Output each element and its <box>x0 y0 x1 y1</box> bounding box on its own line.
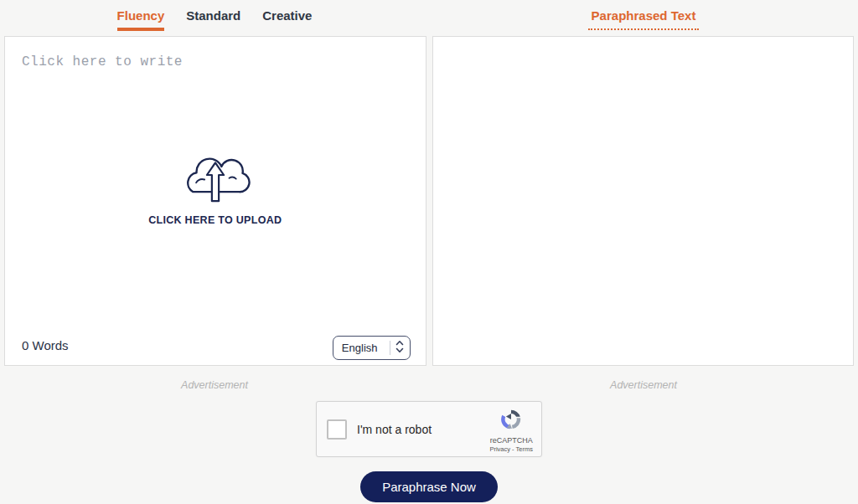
tab-creative[interactable]: Creative <box>262 8 312 31</box>
ad-slot-right: Advertisement <box>429 377 858 392</box>
output-panel <box>432 36 855 366</box>
recaptcha-checkbox[interactable] <box>327 419 347 440</box>
mode-tabs: Fluency Standard Creative <box>117 8 313 31</box>
paraphrase-now-button[interactable]: Paraphrase Now <box>360 471 498 502</box>
upload-dropzone[interactable]: CLICK HERE TO UPLOAD <box>5 147 426 226</box>
editor-placeholder: Click here to write <box>22 54 183 69</box>
advertisement-label-left: Advertisement <box>181 379 248 391</box>
recaptcha-brand-name: reCAPTCHA <box>490 436 533 445</box>
paraphrased-text-header: Paraphrased Text <box>588 8 700 30</box>
select-divider <box>390 341 390 355</box>
chevron-updown-icon <box>395 339 405 357</box>
cloud-upload-icon <box>177 147 254 206</box>
ads-row: Advertisement Advertisement <box>0 377 858 392</box>
tab-standard[interactable]: Standard <box>186 8 240 31</box>
upload-caption: CLICK HERE TO UPLOAD <box>148 214 282 226</box>
ad-slot-left: Advertisement <box>0 377 429 392</box>
mode-tabs-container: Fluency Standard Creative <box>0 0 429 36</box>
advertisement-label-right: Advertisement <box>610 379 677 391</box>
language-select[interactable]: English <box>333 336 411 360</box>
panels-row: Click here to write CLICK HERE TO UPLOAD… <box>0 36 858 366</box>
top-bar: Fluency Standard Creative Paraphrased Te… <box>0 0 858 36</box>
output-header-container: Paraphrased Text <box>429 0 858 36</box>
recaptcha-brand: reCAPTCHA Privacy - Terms <box>489 405 533 453</box>
recaptcha-widget: I'm not a robot reCAPTCHA Privacy - Term… <box>316 401 542 457</box>
action-row: Paraphrase Now <box>0 471 858 502</box>
input-editor-panel[interactable]: Click here to write CLICK HERE TO UPLOAD… <box>4 36 426 366</box>
word-count: 0 Words <box>22 338 69 352</box>
recaptcha-privacy-terms[interactable]: Privacy - Terms <box>489 445 533 453</box>
captcha-container: I'm not a robot reCAPTCHA Privacy - Term… <box>0 401 858 457</box>
language-selected-value: English <box>342 342 390 354</box>
tab-fluency[interactable]: Fluency <box>117 8 165 31</box>
recaptcha-logo-icon <box>499 407 524 435</box>
recaptcha-label: I'm not a robot <box>357 423 489 436</box>
